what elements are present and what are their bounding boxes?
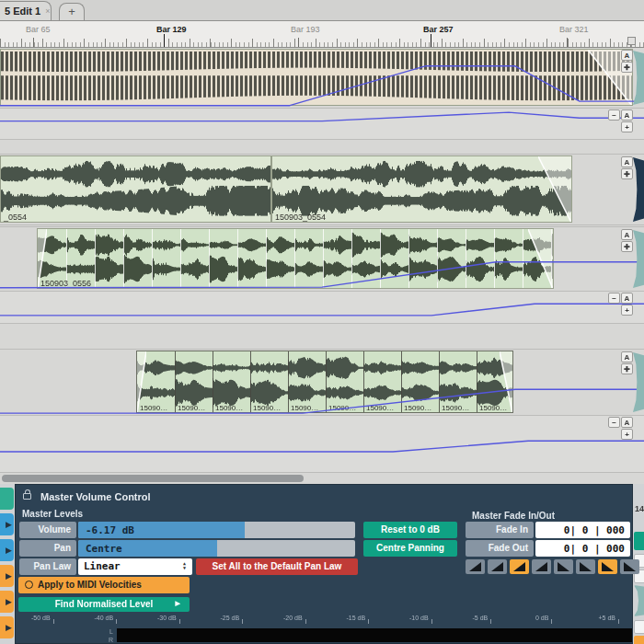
automation-button[interactable]: A — [621, 50, 633, 61]
clip-segment-label: 15090… — [140, 404, 167, 412]
automation-button[interactable]: A — [621, 417, 633, 428]
master-levels-heading: Master Levels — [22, 509, 83, 519]
meter-scale-label: -25 dB — [221, 615, 240, 621]
meter-scale-label: +5 dB — [599, 615, 616, 621]
fade-out-icon — [580, 562, 592, 571]
find-normalised-level-button[interactable]: Find Normalised Level▶ — [18, 597, 190, 612]
track-lane[interactable]: 150903_0556A✚ — [0, 227, 644, 292]
lane-spacer — [0, 324, 644, 350]
fade-curve-out-button[interactable] — [554, 559, 573, 574]
side-toolbar-button[interactable] — [0, 488, 14, 510]
pan-law-value: Linear — [84, 560, 121, 572]
reset-to-0db-button[interactable]: Reset to 0 dB — [363, 522, 457, 538]
timeline-ruler[interactable]: Bar 65Bar 129Bar 193Bar 257Bar 321 — [0, 20, 644, 48]
ruler-bar-label: Bar 65 — [26, 25, 51, 34]
track-lane[interactable]: _0554150903_0554A✚ — [0, 155, 644, 225]
daw-edit-window: 5 Edit 1 × + Bar 65Bar 129Bar 193Bar 257… — [0, 0, 644, 644]
lock-icon[interactable] — [23, 493, 31, 500]
set-default-pan-law-button[interactable]: Set All to the Default Pan Law — [196, 558, 358, 575]
fade-in-icon — [469, 562, 481, 571]
ruler-bar-tick — [298, 38, 299, 47]
fade-in-field[interactable]: 0| 0 | 000 — [535, 522, 630, 538]
volume-pan-plugin[interactable] — [633, 157, 644, 222]
apply-midi-velocities-button[interactable]: Apply to MIDI Velocities — [18, 577, 190, 593]
fade-curve-in-button[interactable] — [532, 559, 551, 574]
cutoff-button[interactable] — [634, 532, 644, 550]
automation-button[interactable]: A — [621, 229, 633, 240]
cutoff-field[interactable] — [634, 620, 644, 634]
clip-name-label: _0554 — [4, 213, 27, 222]
fade-curve-out-button[interactable] — [576, 559, 595, 574]
meter-scale-label: 0 dB — [535, 615, 548, 621]
radio-icon — [25, 581, 33, 589]
automation-lane[interactable]: −A+ — [0, 292, 644, 324]
fade-out-icon — [558, 562, 569, 571]
collapse-lane-button[interactable]: − — [608, 109, 620, 121]
automation-curve[interactable] — [0, 109, 644, 140]
add-plugin-button[interactable]: ✚ — [621, 168, 633, 179]
tab-edit-1[interactable]: 5 Edit 1 × — [0, 1, 52, 20]
fade-curve-in-button[interactable] — [488, 559, 507, 574]
pan-law-dropdown[interactable]: Linear ▲▼ — [78, 558, 192, 575]
side-toolbar-button[interactable]: ▶ — [0, 616, 14, 638]
fade-out-icon — [602, 562, 614, 571]
fade-curve-out-button[interactable] — [598, 559, 617, 574]
collapse-lane-button[interactable]: − — [608, 293, 620, 304]
automation-curve[interactable] — [0, 292, 644, 324]
ruler-end-marker[interactable] — [627, 37, 636, 45]
tab-label: 5 Edit 1 — [5, 6, 40, 17]
fade-curve-in-button[interactable] — [510, 559, 529, 574]
add-lane-button[interactable]: + — [621, 429, 633, 440]
volume-pan-plugin[interactable] — [634, 585, 644, 616]
fade-curve-in-button[interactable] — [466, 559, 485, 574]
volume-slider[interactable]: -6.17 dB — [78, 522, 355, 538]
audio-clip[interactable] — [0, 49, 633, 106]
clip-segment-label: 15090… — [366, 404, 394, 412]
volume-pan-plugin[interactable] — [633, 352, 644, 412]
volume-pan-plugin[interactable] — [633, 230, 644, 288]
pan-slider[interactable]: Centre — [78, 540, 355, 557]
pan-label: Pan — [19, 540, 76, 557]
automation-lane[interactable]: −A+ — [0, 416, 644, 473]
track-lane[interactable]: A✚ — [0, 48, 644, 109]
automation-lane[interactable]: −A+ — [0, 109, 644, 140]
add-plugin-button[interactable]: ✚ — [621, 62, 633, 73]
collapse-lane-button[interactable]: − — [608, 417, 620, 428]
arrangement-area: A✚−A+_0554150903_0554A✚150903_0556A✚−A+1… — [0, 48, 644, 473]
fade-curve-out-button[interactable] — [620, 559, 639, 574]
centre-panning-button[interactable]: Centre Panning — [363, 540, 457, 557]
side-toolbar-button[interactable]: ▶ — [0, 591, 14, 613]
side-toolbar-button[interactable]: ▶ — [0, 513, 14, 535]
horizontal-scrollbar — [0, 473, 644, 484]
scrollbar-thumb[interactable] — [2, 475, 304, 482]
meter-channel-label: L — [100, 628, 113, 635]
side-toolbar-button[interactable]: ▶ — [0, 539, 14, 561]
play-arrow-icon: ▶ — [6, 597, 12, 606]
side-toolbar-button[interactable]: ▶ — [0, 565, 14, 587]
audio-clip[interactable]: _0554 — [0, 155, 271, 223]
find-arrow-icon: ▶ — [176, 600, 180, 607]
fade-in-icon — [513, 562, 525, 571]
audio-clip[interactable]: 150903_0554 — [271, 155, 572, 223]
meter-scale-label: -10 dB — [409, 615, 429, 621]
add-lane-button[interactable]: + — [621, 305, 633, 316]
meter-scale-label: -30 dB — [157, 615, 177, 621]
audio-clip[interactable]: 150903_0556 — [37, 228, 554, 289]
add-plugin-button[interactable]: ✚ — [621, 363, 633, 374]
automation-curve[interactable] — [0, 416, 644, 473]
track-lane[interactable]: 15090…15090…15090…15090…15090…15090…1509… — [0, 350, 644, 416]
add-tab-button[interactable]: + — [59, 3, 85, 20]
automation-button[interactable]: A — [621, 351, 633, 362]
clip-segment-label: 15090… — [253, 404, 281, 412]
tab-close-icon[interactable]: × — [45, 6, 50, 16]
meter-scale-label: -20 dB — [283, 615, 303, 621]
fade-out-field[interactable]: 0| 0 | 000 — [535, 540, 630, 557]
volume-pan-plugin[interactable] — [633, 51, 644, 105]
audio-clip[interactable]: 15090…15090…15090…15090…15090…15090…1509… — [136, 351, 513, 413]
automation-button[interactable]: A — [621, 156, 633, 167]
automation-button[interactable]: A — [621, 109, 633, 121]
add-lane-button[interactable]: + — [621, 121, 633, 132]
cutoff-button[interactable] — [634, 636, 644, 644]
add-plugin-button[interactable]: ✚ — [621, 241, 633, 252]
automation-button[interactable]: A — [621, 293, 633, 304]
